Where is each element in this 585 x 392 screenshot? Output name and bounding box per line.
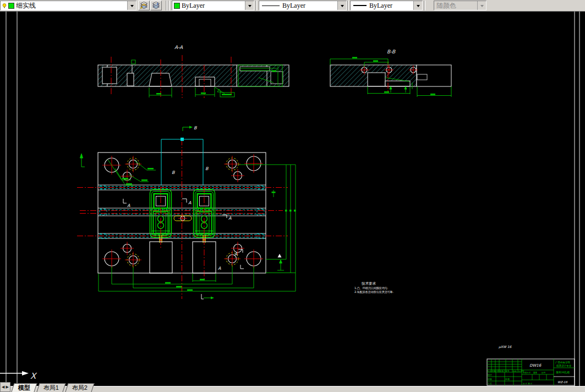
- datum-triangle: [278, 254, 282, 258]
- layer-status-bulb-icon: [2, 3, 7, 8]
- svg-text:批准: 批准: [505, 378, 510, 380]
- svg-text:B: B: [194, 126, 197, 130]
- toolbar-separator: [347, 1, 349, 10]
- org-line-2: 模具设计专业: [556, 364, 572, 367]
- svg-text:审核: 审核: [488, 378, 492, 380]
- svg-text:B: B: [205, 166, 209, 171]
- section-arrow-b-top: B: [183, 126, 197, 131]
- toolbar-separator: [166, 1, 167, 10]
- plan-view: B B B: [77, 126, 296, 300]
- lineweight-sample: [353, 5, 367, 6]
- drawing-canvas[interactable]: X A-A: [0, 0, 585, 392]
- svg-text:A: A: [234, 252, 238, 257]
- svg-text:设计: 设计: [488, 373, 492, 376]
- drawing-number: WZ-16: [557, 380, 568, 384]
- section-bb-view: B-B: [330, 49, 451, 97]
- technical-notes: 技术要求 1.凸、凹模刃口间隙应均匀. 2.装配后各活动部分应灵活可靠.: [354, 281, 394, 294]
- layers-previous-icon: [152, 2, 160, 9]
- linetype-sample: [262, 6, 280, 6]
- linetype-combo-arrow[interactable]: [337, 1, 346, 10]
- color-combo[interactable]: ByLayer: [172, 1, 254, 10]
- layer-previous-button[interactable]: [150, 1, 162, 10]
- section-aa-view: A-A: [98, 45, 289, 98]
- notes-line-2: 2.装配后各活动部分应灵活可靠.: [354, 290, 394, 294]
- part-leaders: [108, 160, 156, 186]
- thread-circles: [127, 158, 238, 266]
- svg-text:重量: 重量: [533, 371, 538, 374]
- sheet-frame: [6, 11, 579, 386]
- section-bb-label: B-B: [387, 49, 396, 55]
- ucs-icon: X: [0, 371, 37, 381]
- svg-text:工艺: 工艺: [488, 382, 492, 385]
- plate-holes: [105, 156, 261, 266]
- svg-text:标记: 标记: [487, 370, 492, 372]
- lineweight-combo-arrow[interactable]: [413, 1, 422, 10]
- svg-text:A: A: [218, 266, 221, 271]
- linetype-value: ByLayer: [282, 2, 305, 10]
- notes-line-1: 1.凸、凹模刃口间隙应均匀.: [354, 286, 389, 290]
- svg-text:A: A: [127, 203, 130, 208]
- tab-nav-last-icon[interactable]: ▶: [6, 385, 8, 389]
- tab-layout2[interactable]: 布局2: [65, 383, 94, 392]
- datum-arrow: [80, 154, 85, 167]
- lineweight-combo[interactable]: ByLayer: [350, 1, 423, 10]
- section-arrow-b-bottom: [201, 294, 214, 300]
- plot-style-combo: 随颜色: [434, 1, 486, 10]
- make-layer-current-button[interactable]: [138, 1, 150, 10]
- layer-color-swatch: [8, 3, 14, 9]
- tab-nav-first-icon[interactable]: ◀: [2, 385, 4, 389]
- layout-tabbar: ◀ ▶ 模型 布局1 布局2: [0, 383, 93, 392]
- section-aa-label: A-A: [174, 45, 183, 50]
- autocad-window: 细实线 ByLayer: [0, 0, 585, 392]
- org-line-1: 广西机电学院: [555, 361, 571, 364]
- punch-assembly-right: [194, 187, 215, 280]
- svg-text:比例: 比例: [542, 372, 546, 374]
- tab-nav-buttons[interactable]: ◀ ▶: [0, 382, 10, 392]
- lineweight-value: ByLayer: [369, 2, 392, 10]
- drawing-code: DW16: [529, 363, 542, 368]
- svg-text:阶段标记: 阶段标记: [523, 371, 531, 374]
- notes-title: 技术要求: [361, 281, 376, 286]
- right-dimension-chain: [238, 165, 296, 291]
- svg-text:更改文件号: 更改文件号: [500, 369, 510, 372]
- hole-centerlines: [102, 154, 263, 268]
- toolbar-separator: [255, 1, 257, 10]
- layer-combo[interactable]: 细实线: [0, 1, 136, 10]
- toolbar-separator: [168, 1, 170, 10]
- title-block-above-text: μXW 16: [499, 345, 512, 349]
- title-block: μXW 16: [487, 345, 575, 385]
- color-swatch: [174, 3, 180, 9]
- ucs-x-label: X: [30, 371, 37, 381]
- svg-text:A: A: [228, 216, 232, 221]
- linetype-combo[interactable]: ByLayer: [259, 1, 347, 10]
- tab-model[interactable]: 模型: [11, 383, 37, 392]
- tab-layout1[interactable]: 布局1: [36, 383, 65, 392]
- section-line-b: B B: [161, 138, 209, 186]
- color-value: ByLayer: [182, 2, 205, 10]
- punch-assembly-left: [150, 187, 172, 249]
- layer-name: 细实线: [16, 1, 36, 10]
- plot-style-combo-arrow: [477, 1, 486, 10]
- color-combo-arrow[interactable]: [245, 1, 254, 10]
- svg-text:A: A: [188, 200, 192, 205]
- svg-text:签名: 签名: [513, 370, 517, 372]
- toolbar-separator: [424, 1, 425, 10]
- plot-style-value: 随颜色: [436, 1, 456, 10]
- svg-text:共 张 第 张: 共 张 第 张: [523, 383, 533, 385]
- part-name: 落料冲孔模: [556, 371, 570, 374]
- svg-text:B: B: [172, 170, 175, 175]
- layers-arrow-icon: [140, 2, 148, 9]
- top-toolbar: 细实线 ByLayer: [0, 0, 585, 12]
- center-slot: [174, 214, 192, 222]
- layer-combo-arrow[interactable]: [127, 1, 136, 10]
